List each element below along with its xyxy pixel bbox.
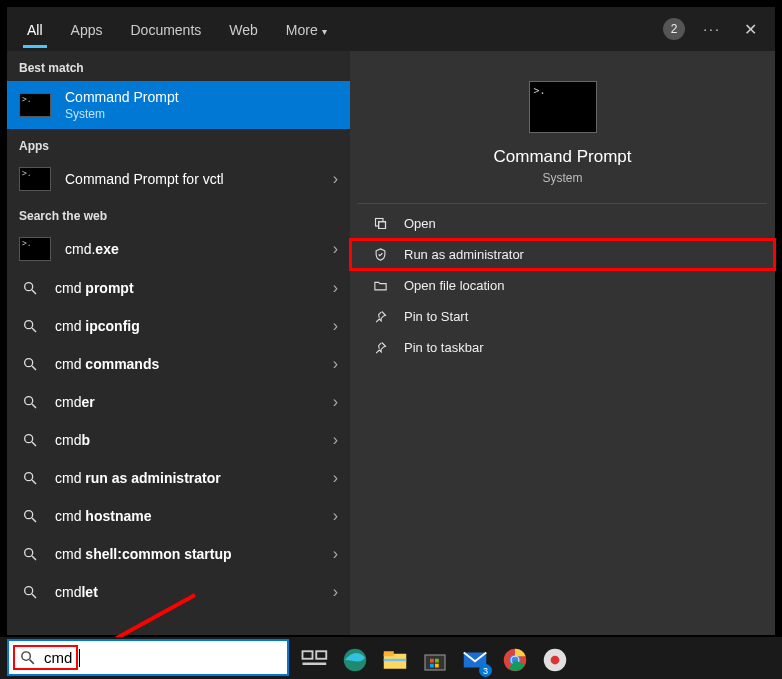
result-web[interactable]: cmdlet› [7, 573, 350, 611]
tab-apps[interactable]: Apps [57, 12, 117, 47]
search-icon [19, 277, 41, 299]
svg-line-9 [32, 442, 36, 446]
result-title: Command Prompt for vctl [65, 171, 333, 187]
svg-rect-32 [435, 664, 439, 668]
result-title: cmd.exe [65, 241, 333, 257]
result-title: cmder [55, 394, 333, 410]
chevron-right-icon: › [333, 355, 338, 373]
search-icon [19, 353, 41, 375]
search-icon [19, 581, 41, 603]
action-pin-to-taskbar[interactable]: Pin to taskbar [350, 332, 775, 363]
file-explorer-icon[interactable] [380, 645, 410, 675]
action-label: Pin to Start [404, 309, 468, 324]
svg-point-0 [25, 283, 33, 291]
app-icon[interactable] [540, 645, 570, 675]
search-icon [19, 649, 36, 666]
mail-icon[interactable]: 3 [460, 645, 490, 675]
result-web[interactable]: cmd prompt› [7, 269, 350, 307]
svg-point-12 [25, 511, 33, 519]
svg-rect-27 [384, 659, 407, 662]
cmd-icon [19, 237, 51, 261]
search-icon [19, 315, 41, 337]
svg-rect-21 [303, 651, 313, 659]
chevron-right-icon: › [333, 393, 338, 411]
options-button[interactable]: ··· [693, 10, 731, 48]
svg-rect-22 [316, 651, 326, 659]
chevron-right-icon: › [333, 279, 338, 297]
result-web[interactable]: cmdb› [7, 421, 350, 459]
result-web[interactable]: cmd commands› [7, 345, 350, 383]
shield-icon [370, 247, 390, 262]
tab-web[interactable]: Web [215, 12, 272, 47]
svg-line-13 [32, 518, 36, 522]
close-button[interactable]: ✕ [731, 10, 769, 48]
svg-point-6 [25, 397, 33, 405]
svg-rect-29 [430, 659, 434, 663]
chevron-right-icon: › [333, 583, 338, 601]
action-pin-to-start[interactable]: Pin to Start [350, 301, 775, 332]
result-app[interactable]: Command Prompt for vctl › [7, 159, 350, 199]
svg-line-41 [30, 660, 34, 664]
edge-icon[interactable] [340, 645, 370, 675]
result-web[interactable]: cmd.exe› [7, 229, 350, 269]
action-run-as-administrator[interactable]: Run as administrator [350, 239, 775, 270]
tab-documents[interactable]: Documents [116, 12, 215, 47]
result-web[interactable]: cmder› [7, 383, 350, 421]
action-label: Pin to taskbar [404, 340, 484, 355]
result-title: cmdb [55, 432, 333, 448]
microsoft-store-icon[interactable] [420, 645, 450, 675]
search-scope-tabs: All Apps Documents Web More▾ 2 ··· ✕ [7, 7, 775, 51]
results-list: Best match Command Prompt System Apps Co… [7, 51, 350, 635]
search-icon [19, 505, 41, 527]
result-title: cmdlet [55, 584, 333, 600]
result-title: cmd shell:common startup [55, 546, 333, 562]
result-title: cmd ipconfig [55, 318, 333, 334]
search-query-text: cmd [44, 649, 72, 666]
action-open[interactable]: Open [350, 208, 775, 239]
svg-point-10 [25, 473, 33, 481]
text-cursor [79, 649, 80, 667]
tab-more[interactable]: More▾ [272, 12, 341, 47]
result-subtitle: System [65, 107, 338, 121]
chevron-right-icon: › [333, 317, 338, 335]
task-view-icon[interactable] [300, 645, 330, 675]
svg-point-8 [25, 435, 33, 443]
pin-icon [370, 340, 390, 355]
svg-line-11 [32, 480, 36, 484]
recent-searches-button[interactable]: 2 [655, 10, 693, 48]
result-title: cmd run as administrator [55, 470, 333, 486]
chevron-right-icon: › [333, 240, 338, 258]
svg-rect-31 [430, 664, 434, 668]
tab-all[interactable]: All [13, 12, 57, 47]
preview-icon [529, 81, 597, 133]
taskbar-icons: 3 [300, 645, 570, 675]
svg-line-1 [32, 290, 36, 294]
result-best-match[interactable]: Command Prompt System [7, 81, 350, 129]
result-title: Command Prompt [65, 89, 338, 105]
search-icon [19, 543, 41, 565]
result-web[interactable]: cmd hostname› [7, 497, 350, 535]
chevron-right-icon: › [333, 431, 338, 449]
windows-search-panel: All Apps Documents Web More▾ 2 ··· ✕ Bes… [7, 7, 775, 635]
preview-title: Command Prompt [350, 147, 775, 167]
result-title: cmd commands [55, 356, 333, 372]
taskbar-search-box[interactable]: cmd [7, 639, 289, 676]
svg-point-4 [25, 359, 33, 367]
svg-line-5 [32, 366, 36, 370]
svg-point-16 [25, 587, 33, 595]
result-web[interactable]: cmd ipconfig› [7, 307, 350, 345]
svg-point-14 [25, 549, 33, 557]
result-web[interactable]: cmd run as administrator› [7, 459, 350, 497]
result-web[interactable]: cmd shell:common startup› [7, 535, 350, 573]
chrome-icon[interactable] [500, 645, 530, 675]
result-preview-pane: Command Prompt System OpenRun as adminis… [350, 51, 775, 635]
action-open-file-location[interactable]: Open file location [350, 270, 775, 301]
svg-rect-26 [384, 651, 394, 656]
svg-line-7 [32, 404, 36, 408]
cmd-icon [19, 93, 51, 117]
chevron-right-icon: › [333, 545, 338, 563]
result-title: cmd prompt [55, 280, 333, 296]
chevron-right-icon: › [333, 469, 338, 487]
action-label: Open file location [404, 278, 504, 293]
svg-line-3 [32, 328, 36, 332]
